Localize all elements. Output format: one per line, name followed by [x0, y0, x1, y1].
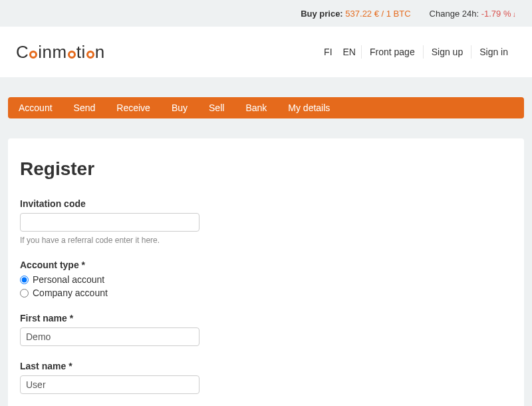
logo-o-icon	[68, 51, 76, 59]
group-first-name: First name *	[20, 313, 512, 346]
lang-en[interactable]: EN	[338, 45, 361, 59]
radio-personal-label: Personal account	[33, 274, 104, 285]
logo-text: n	[95, 42, 105, 62]
label-last-name: Last name *	[20, 361, 512, 371]
logo-o-icon	[29, 51, 37, 59]
input-first-name[interactable]	[20, 327, 200, 346]
lang-fi[interactable]: FI	[319, 45, 337, 59]
label-invitation: Invitation code	[20, 198, 512, 209]
nav-sign-up[interactable]: Sign up	[423, 45, 471, 59]
tab-sell[interactable]: Sell	[198, 97, 235, 118]
label-account-type: Account type *	[20, 260, 512, 270]
radio-personal[interactable]	[20, 276, 29, 284]
header-nav: FI EN Front page Sign up Sign in	[319, 45, 516, 59]
header: Cinmtin FI EN Front page Sign up Sign in	[0, 27, 532, 77]
buy-price-value: 537.22 € / 1 BTC	[345, 9, 410, 19]
logo-text: inm	[38, 42, 66, 62]
logo[interactable]: Cinmtin	[16, 42, 105, 63]
label-first-name: First name *	[20, 313, 512, 323]
change-value: -1.79 %	[481, 9, 516, 19]
group-invitation: Invitation code If you have a referral c…	[20, 198, 512, 245]
tab-bank[interactable]: Bank	[235, 97, 277, 118]
register-card: Register Invitation code If you have a r…	[8, 138, 524, 406]
tab-buy[interactable]: Buy	[161, 97, 198, 118]
radio-row-company[interactable]: Company account	[20, 288, 512, 298]
hint-invitation: If you have a referral code enter it her…	[20, 236, 512, 245]
group-last-name: Last name *	[20, 361, 512, 394]
radio-row-personal[interactable]: Personal account	[20, 274, 512, 285]
tab-receive[interactable]: Receive	[106, 97, 161, 118]
logo-o-icon	[86, 51, 94, 59]
tab-send[interactable]: Send	[63, 97, 106, 118]
tab-account[interactable]: Account	[8, 97, 63, 118]
input-invitation[interactable]	[20, 213, 200, 232]
radio-company[interactable]	[20, 289, 29, 298]
change-24h: Change 24h: -1.79 %	[430, 9, 516, 19]
change-label: Change 24h:	[430, 9, 479, 19]
page-title: Register	[20, 158, 512, 180]
radio-company-label: Company account	[33, 288, 108, 298]
tab-my-details[interactable]: My details	[277, 97, 340, 118]
input-last-name[interactable]	[20, 375, 200, 394]
nav-front-page[interactable]: Front page	[361, 45, 423, 59]
buy-price-label: Buy price:	[301, 9, 343, 19]
main-tabs: Account Send Receive Buy Sell Bank My de…	[8, 97, 524, 118]
logo-text: ti	[76, 42, 86, 62]
logo-text: C	[16, 42, 29, 62]
buy-price: Buy price: 537.22 € / 1 BTC	[301, 9, 410, 19]
nav-sign-in[interactable]: Sign in	[471, 45, 516, 59]
group-account-type: Account type * Personal account Company …	[20, 260, 512, 298]
ticker-bar: Buy price: 537.22 € / 1 BTC Change 24h: …	[0, 0, 532, 27]
